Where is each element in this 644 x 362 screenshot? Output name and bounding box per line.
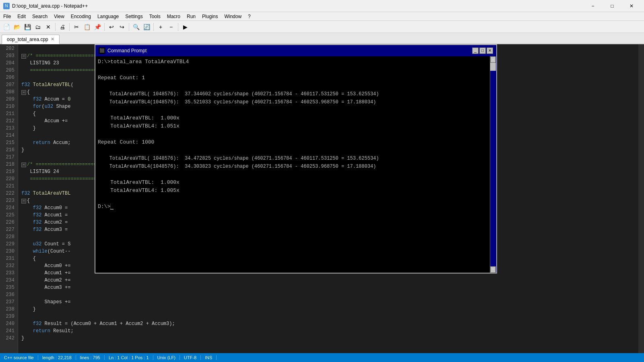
- cmd-line-vtbl2: TotalAreaVTBL( 1048576): 34.472825 cycle…: [98, 154, 494, 162]
- fold-marker-218[interactable]: −: [21, 162, 26, 167]
- cmd-line-vtbl1: TotalAreaVTBL( 1048576): 37.344602 cycle…: [98, 90, 494, 98]
- cmd-scroll-thumb[interactable]: [490, 63, 496, 71]
- cmd-close-button[interactable]: ✕: [487, 47, 493, 54]
- line-num-208: 208: [3, 88, 14, 96]
- cmd-icon: ⬛: [99, 47, 105, 54]
- menu-help[interactable]: ?: [245, 12, 254, 21]
- status-lines: lines : 795: [76, 355, 105, 360]
- menu-plugins[interactable]: Plugins: [199, 12, 221, 21]
- menu-view[interactable]: View: [51, 12, 68, 21]
- editor-vscrollbar[interactable]: [638, 44, 644, 353]
- line-num-224: 224: [3, 204, 14, 212]
- print-button[interactable]: 🖨: [58, 22, 67, 32]
- line-num-231: 231: [3, 255, 14, 262]
- redo-button[interactable]: ↪: [117, 22, 127, 32]
- menu-window[interactable]: Window: [221, 12, 245, 21]
- tab-label: oop_total_area.cpp: [7, 37, 48, 42]
- menu-macro[interactable]: Macro: [164, 12, 184, 21]
- cmd-prompt: D:\>█: [98, 203, 494, 211]
- line-num-206: 206: [3, 74, 14, 81]
- code-line-236: [21, 291, 638, 298]
- status-line-ending: Unix (LF): [153, 355, 180, 360]
- find-button[interactable]: 🔍: [131, 22, 141, 32]
- cmd-scroll-up[interactable]: ▲: [490, 56, 496, 63]
- open-button[interactable]: 📂: [12, 22, 22, 32]
- code-line-242: }: [21, 335, 638, 342]
- menu-encoding[interactable]: Encoding: [68, 12, 94, 21]
- status-insert-mode: INS: [201, 355, 217, 360]
- code-area[interactable]: −/* ====================================…: [18, 44, 638, 353]
- save-all-button[interactable]: 🗂: [33, 22, 43, 32]
- line-num-223: 223: [3, 197, 14, 204]
- line-num-230: 230: [3, 248, 14, 255]
- menu-language[interactable]: Language: [94, 12, 122, 21]
- toolbar-separator-6: [178, 23, 178, 31]
- line-num-217: 217: [3, 154, 14, 161]
- line-num-234: 234: [3, 277, 14, 284]
- close-button[interactable]: ✕: [622, 2, 641, 10]
- line-num-211: 211: [3, 110, 14, 117]
- menu-search[interactable]: Search: [29, 12, 51, 21]
- cmd-line-ratio1: TotalAreaVTBL: 1.000x: [98, 114, 494, 122]
- cmd-scrollbar[interactable]: ▲ ▼: [490, 56, 496, 273]
- line-num-236: 236: [3, 291, 14, 298]
- restore-button[interactable]: □: [603, 2, 621, 10]
- cmd-line-repeat2: Repeat Count: 1000: [98, 138, 494, 146]
- line-num-221: 221: [3, 183, 14, 190]
- fold-marker-223[interactable]: −: [21, 199, 26, 204]
- paste-button[interactable]: 📌: [93, 22, 102, 32]
- line-num-242: 242: [3, 335, 14, 342]
- line-num-222: 222: [3, 190, 14, 197]
- menu-edit[interactable]: Edit: [14, 12, 29, 21]
- close-button2[interactable]: ✕: [43, 22, 53, 32]
- tab-close-icon[interactable]: ✕: [51, 37, 54, 42]
- fold-marker-208[interactable]: −: [21, 90, 26, 95]
- code-line-237: Shapes +=: [21, 298, 638, 306]
- toolbar: 📄 📂 💾 🗂 ✕ 🖨 ✂ 📋 📌 ↩ ↪ 🔍 🔄 + − ▶: [0, 21, 644, 33]
- cmd-window-title: Command Prompt: [107, 47, 472, 54]
- cmd-restore-button[interactable]: □: [479, 47, 486, 54]
- toolbar-separator-3: [104, 23, 105, 31]
- cmd-scroll-down[interactable]: ▼: [490, 266, 496, 273]
- replace-button[interactable]: 🔄: [142, 22, 151, 32]
- line-num-237: 237: [3, 298, 14, 306]
- zoom-out-button[interactable]: −: [166, 22, 176, 32]
- line-num-216: 216: [3, 146, 14, 154]
- code-line-240: f32 Result = (Accum0 + Accum1 + Accum2 +…: [21, 320, 638, 327]
- title-bar: N D:\oop_total_area.cpp - Notepad++ − □ …: [0, 0, 644, 12]
- toolbar-separator-4: [129, 23, 129, 31]
- new-button[interactable]: 📄: [2, 22, 11, 32]
- cmd-line-blank-2: [98, 82, 494, 90]
- menu-bar: File Edit Search View Encoding Language …: [0, 12, 644, 21]
- menu-settings[interactable]: Settings: [122, 12, 146, 21]
- cmd-line-blank-1: [98, 66, 494, 74]
- window-controls: − □ ✕: [584, 2, 641, 10]
- cmd-line-blank-6: [98, 171, 494, 179]
- line-num-219: 219: [3, 168, 14, 175]
- command-prompt-window[interactable]: ⬛ Command Prompt _ □ ✕ D:\>total_area To…: [95, 44, 497, 274]
- menu-tools[interactable]: Tools: [146, 12, 164, 21]
- cmd-window-controls: _ □ ✕: [472, 47, 493, 54]
- cmd-line-blank-3: [98, 106, 494, 114]
- copy-button[interactable]: 📋: [82, 22, 92, 32]
- status-position: Ln : 1 Col : 1 Pos : 1: [105, 355, 153, 360]
- cmd-minimize-button[interactable]: _: [472, 47, 479, 54]
- save-button[interactable]: 💾: [23, 22, 32, 32]
- fold-marker-203[interactable]: −: [21, 54, 26, 59]
- minimize-button[interactable]: −: [584, 2, 602, 10]
- line-num-202: 202: [3, 45, 14, 52]
- menu-file[interactable]: File: [0, 12, 14, 21]
- cut-button[interactable]: ✂: [72, 22, 81, 32]
- zoom-in-button[interactable]: +: [156, 22, 165, 32]
- tab-oop-total-area[interactable]: oop_total_area.cpp ✕: [2, 35, 60, 44]
- line-num-229: 229: [3, 241, 14, 248]
- line-numbers: 202 203 204 205 206 207 208 209 210 211 …: [0, 44, 18, 353]
- line-num-227: 227: [3, 226, 14, 233]
- run-button[interactable]: ▶: [180, 22, 190, 32]
- line-num-207: 207: [3, 81, 14, 88]
- tab-bar: oop_total_area.cpp ✕: [0, 33, 644, 44]
- undo-button[interactable]: ↩: [107, 22, 116, 32]
- code-line-238: }: [21, 306, 638, 313]
- status-file-type: C++ source file: [4, 355, 38, 360]
- menu-run[interactable]: Run: [184, 12, 199, 21]
